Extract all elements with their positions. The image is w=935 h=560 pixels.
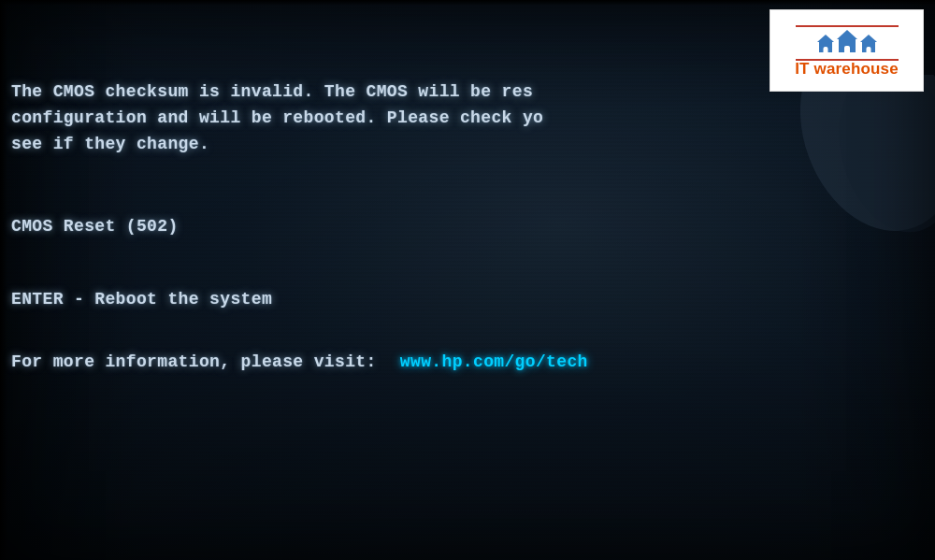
for-more-label: For more information, please visit: bbox=[11, 352, 377, 371]
house-roof-3 bbox=[860, 35, 877, 42]
house-door-2 bbox=[844, 46, 850, 52]
bezel-left bbox=[0, 0, 7, 560]
for-more-line: For more information, please visit: www.… bbox=[11, 350, 935, 376]
bezel-top bbox=[0, 0, 935, 6]
house-body-3 bbox=[862, 42, 875, 52]
hp-url-link: www.hp.com/go/tech bbox=[400, 352, 588, 371]
screen-background: The CMOS checksum is invalid. The CMOS w… bbox=[0, 0, 935, 560]
logo-text: IT warehouse bbox=[795, 61, 899, 77]
house-body-2 bbox=[839, 39, 856, 52]
bios-text-line2: configuration and will be rebooted. Plea… bbox=[11, 108, 543, 127]
bios-text-line1: The CMOS checksum is invalid. The CMOS w… bbox=[11, 82, 533, 101]
house-door-1 bbox=[823, 47, 827, 52]
logo-house-icons bbox=[817, 30, 877, 52]
house-body-1 bbox=[819, 42, 832, 52]
house-roof-1 bbox=[817, 35, 834, 42]
house-door-3 bbox=[866, 47, 870, 52]
it-warehouse-logo: IT warehouse bbox=[770, 9, 924, 92]
house-icon-1 bbox=[817, 35, 834, 52]
bios-line-3: see if they change. bbox=[11, 132, 935, 158]
house-roof-2 bbox=[837, 30, 857, 39]
house-icon-2 bbox=[837, 30, 857, 52]
bios-screen-content: The CMOS checksum is invalid. The CMOS w… bbox=[11, 79, 935, 376]
logo-line-top bbox=[796, 25, 899, 27]
house-icon-3 bbox=[860, 35, 877, 52]
bios-text-line3: see if they change. bbox=[11, 135, 209, 153]
logo-brand-text: IT warehouse bbox=[795, 60, 899, 78]
bios-line-2: configuration and will be rebooted. Plea… bbox=[11, 106, 935, 132]
enter-reboot-line: ENTER - Reboot the system bbox=[11, 287, 935, 313]
cmos-reset-line: CMOS Reset (502) bbox=[11, 214, 935, 240]
